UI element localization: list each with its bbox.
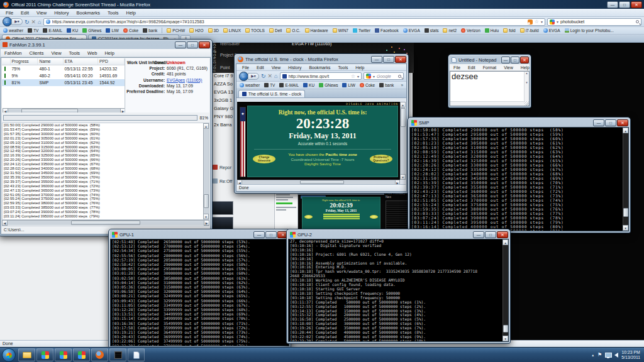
bookmark-item[interactable]: O.C. xyxy=(286,28,300,33)
bookmark-item[interactable]: Dell xyxy=(269,28,282,33)
bookmark-item[interactable]: GNews xyxy=(319,83,338,87)
scroll-thumb[interactable] xyxy=(204,194,209,208)
search-placeholder[interactable]: Google xyxy=(377,74,396,79)
menu-item[interactable]: Help xyxy=(101,50,118,56)
rss-icon[interactable] xyxy=(528,19,533,25)
scroll-right-icon[interactable]: ▶ xyxy=(120,108,125,112)
bookmark-item[interactable]: E-MAIL xyxy=(279,83,299,87)
column-name[interactable]: Name xyxy=(38,58,63,65)
taskbar-console-button-1[interactable] xyxy=(36,348,53,361)
taskbar-console-button-2[interactable] xyxy=(55,348,72,361)
home-icon[interactable]: ⌂ xyxy=(274,72,277,80)
menu-item[interactable]: View xyxy=(33,10,50,16)
menu-item[interactable]: Edit xyxy=(253,65,268,70)
back-button[interactable]: ← xyxy=(239,72,248,81)
log-vscrollbar[interactable]: ▲ ▼ xyxy=(203,123,209,219)
client-row-480-1[interactable]: 75% 480-1 05/13/11 22:55 14203.32 xyxy=(2,65,125,72)
bookmark-item[interactable]: Twitter xyxy=(353,28,370,33)
maximize-button[interactable]: □ xyxy=(511,57,519,63)
maximize-button[interactable]: □ xyxy=(619,1,630,8)
bookmark-item[interactable]: Hardware xyxy=(305,28,328,33)
menu-item[interactable]: View xyxy=(47,50,65,56)
taskbar-clock[interactable]: 10:23 PM 5/13/2011 xyxy=(621,350,640,360)
menu-item[interactable]: Clients xyxy=(26,50,48,56)
bookmark-item[interactable]: Coke xyxy=(360,83,375,87)
maximize-button[interactable]: □ xyxy=(265,231,277,238)
bookmark-item[interactable]: bank xyxy=(143,28,157,33)
forward-button[interactable]: ▶▾ xyxy=(11,18,23,25)
refresh-icon[interactable]: ↻ xyxy=(25,18,30,26)
reply-link[interactable]: Re:Off xyxy=(213,178,232,184)
bookmark-item[interactable]: Login to your Photobu... xyxy=(565,28,614,33)
scroll-thumb[interactable] xyxy=(401,108,406,127)
menu-item[interactable]: History xyxy=(50,10,72,16)
tab-timegov[interactable]: The official U.S. time - clock xyxy=(238,90,305,97)
taskbar-image-viewer-button[interactable] xyxy=(109,348,126,361)
embedded-screenshot-image[interactable]: Right now, the official U.S. time is: 20… xyxy=(274,190,412,233)
search-box[interactable]: ▾ photobucket xyxy=(547,18,641,26)
page-hscrollbar[interactable]: ◀ ▶ xyxy=(237,180,400,184)
menu-item[interactable]: Help xyxy=(352,65,368,70)
gpu2-console-output[interactable]: 27, decompressed_data_size=171027 diff=0… xyxy=(288,239,509,342)
taskbar-notepad-button[interactable] xyxy=(128,348,145,361)
tray-expand-chevron-icon[interactable]: ▲ xyxy=(591,353,594,357)
username-link[interactable]: EVGApes xyxy=(167,78,185,82)
close-button[interactable]: ✕ xyxy=(617,119,628,126)
bookmark-item[interactable]: E-MAIL xyxy=(43,28,62,33)
search-engine-dropdown-icon[interactable]: ▾ xyxy=(557,19,558,24)
scroll-thumb[interactable] xyxy=(503,325,508,332)
menu-item[interactable]: Tools xyxy=(334,65,352,70)
menu-item[interactable]: File xyxy=(450,65,464,70)
stop-icon[interactable]: ✕ xyxy=(31,18,36,26)
gpu1-title-bar[interactable]: GPU-1 — □ ✕ xyxy=(109,229,291,239)
bookmark-item[interactable]: GNews xyxy=(82,28,101,33)
change-timezone-button[interactable]: Change timezone xyxy=(253,155,275,163)
search-icon[interactable] xyxy=(398,75,401,78)
maximize-button[interactable]: □ xyxy=(187,41,198,48)
team-link[interactable]: (111065) xyxy=(186,78,202,82)
bookmark-star-icon[interactable]: ☆ xyxy=(351,74,355,79)
volume-icon[interactable] xyxy=(614,353,618,358)
log-viewer[interactable]: [01:50:00] Completed 290000 out of 50000… xyxy=(2,123,209,220)
bookmark-item[interactable]: weather xyxy=(240,83,260,87)
minimize-button[interactable]: — xyxy=(371,56,382,63)
url-dropdown-icon[interactable]: ▾ xyxy=(357,74,359,79)
scroll-left-icon[interactable]: ◀ xyxy=(2,220,8,226)
bookmark-item[interactable]: bank xyxy=(379,83,394,87)
bookmark-item[interactable]: Verizon xyxy=(461,28,480,33)
url-bar[interactable]: https://www.evga.com/forums/tm.aspx?high… xyxy=(43,18,545,26)
bookmark-item[interactable]: LINUX xyxy=(223,28,241,33)
scroll-right-icon[interactable]: ▶ xyxy=(204,220,209,226)
menu-item[interactable]: File xyxy=(2,10,17,16)
smp-console-output[interactable]: [01:50:00] Completed 290000 out of 50000… xyxy=(409,127,629,231)
close-button[interactable]: ✕ xyxy=(199,41,210,48)
minimize-button[interactable]: — xyxy=(253,231,265,238)
column-eta[interactable]: ETA xyxy=(64,58,98,65)
search-box[interactable]: ▾ Google xyxy=(364,72,404,80)
menu-item[interactable]: View xyxy=(500,65,517,70)
bookmark-star-icon[interactable]: ☆ xyxy=(535,19,539,25)
bookmark-item[interactable]: weather xyxy=(3,28,23,33)
close-button[interactable]: ✕ xyxy=(395,56,406,63)
maximize-button[interactable]: □ xyxy=(383,56,394,63)
column-ppd[interactable]: PPD xyxy=(98,58,125,65)
minimize-button[interactable]: — xyxy=(501,57,510,63)
bookmark-item[interactable]: TV xyxy=(264,83,275,87)
scroll-thumb[interactable] xyxy=(623,208,628,217)
search-input[interactable]: photobucket xyxy=(560,19,634,24)
stop-icon[interactable]: ✕ xyxy=(268,72,273,80)
taskbar-firefox-button[interactable] xyxy=(91,348,108,361)
bookmark-item[interactable]: TV xyxy=(28,28,38,33)
maximize-button[interactable]: □ xyxy=(605,119,616,126)
minimize-button[interactable]: — xyxy=(593,119,604,126)
refresh-icon[interactable]: ↻ xyxy=(261,72,266,80)
menu-item[interactable]: Edit xyxy=(17,10,33,16)
bookmark-item[interactable]: net2 xyxy=(443,28,457,33)
home-icon[interactable]: ⌂ xyxy=(38,18,41,26)
scroll-up-icon[interactable]: ▲ xyxy=(400,102,406,107)
bookmark-item[interactable]: H2O xyxy=(189,28,203,33)
gpu1-console-output[interactable]: [02:51:48] Completed 26500000 out of 500… xyxy=(110,239,289,346)
minimize-button[interactable]: — xyxy=(607,1,618,8)
notepad-text-area[interactable]: dezsee ▲▼ xyxy=(450,71,530,106)
scroll-down-icon[interactable]: ▼ xyxy=(400,174,406,180)
